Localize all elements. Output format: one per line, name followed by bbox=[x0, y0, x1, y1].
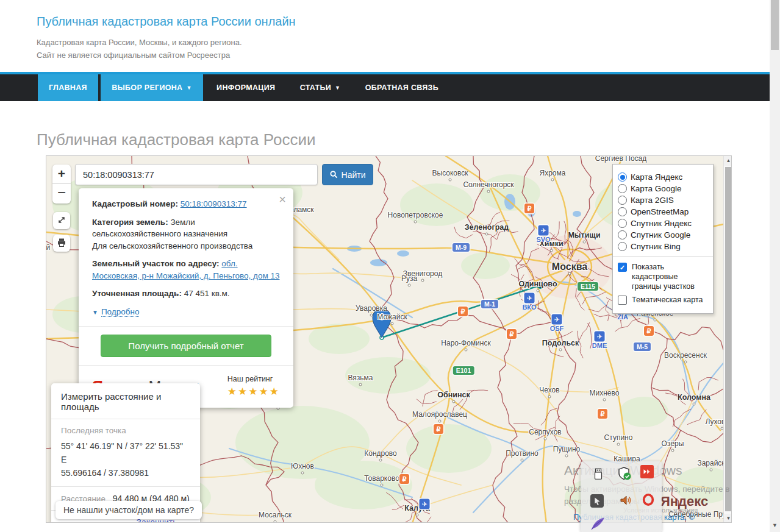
radio-icon bbox=[618, 196, 627, 205]
checkbox-cadastral-borders[interactable]: Показать кадастровые границы участков bbox=[618, 262, 708, 291]
divider bbox=[613, 257, 713, 257]
ruble-marker-icon: ₽ bbox=[399, 474, 409, 484]
map-city-label: Пущино bbox=[553, 445, 581, 453]
radio-icon bbox=[618, 207, 627, 216]
parcel-area: 47 451 кв.м. bbox=[184, 289, 230, 298]
map-city-label: Ступино bbox=[604, 433, 633, 442]
airport-code-label: OSF bbox=[550, 325, 564, 332]
fullscreen-icon bbox=[57, 215, 66, 225]
measure-cancel-button[interactable]: ✕Отменить bbox=[61, 522, 114, 523]
map-city-dot bbox=[487, 190, 490, 193]
zoom-in-button[interactable]: + bbox=[52, 165, 71, 184]
map-city-label: Серпухов bbox=[529, 428, 561, 436]
map-city-dot bbox=[485, 233, 488, 236]
security-shield-icon[interactable] bbox=[617, 466, 632, 481]
map-city-label: Юхнов bbox=[291, 462, 314, 470]
browser-scrollbar-thumb[interactable] bbox=[771, 0, 779, 50]
land-use: Для сельскохозяйственного производства bbox=[92, 241, 252, 250]
map-city-label: Сергиев Посад bbox=[595, 155, 646, 163]
check-icon: ✔ bbox=[126, 522, 133, 523]
map-city-dot bbox=[438, 420, 442, 423]
print-button[interactable] bbox=[53, 235, 70, 252]
map-city-dot bbox=[693, 403, 696, 406]
layer-option-bing-sat[interactable]: Спутник Bing bbox=[618, 242, 708, 251]
not-found-tooltip[interactable]: Не нашли участок/дом на карте? bbox=[55, 501, 202, 519]
radio-icon bbox=[618, 219, 627, 228]
cursor-app-icon[interactable] bbox=[590, 494, 604, 508]
site-title-link[interactable]: Публичная кадастровая карта России онлай… bbox=[37, 15, 296, 29]
airport-icon: ✈ bbox=[420, 499, 430, 509]
nav-item-info[interactable]: ИНФОРМАЦИЯ bbox=[206, 74, 286, 101]
map-city-dot bbox=[671, 449, 674, 452]
map-scrollbar-thumb[interactable] bbox=[725, 167, 732, 511]
radio-icon bbox=[618, 184, 627, 193]
map-city-dot bbox=[408, 284, 411, 287]
map-city-dot bbox=[654, 319, 657, 322]
fullscreen-button[interactable] bbox=[53, 212, 70, 229]
map-city-label: Товарково bbox=[364, 474, 399, 483]
ruble-marker-icon: ₽ bbox=[458, 307, 468, 316]
search-input[interactable] bbox=[75, 164, 318, 185]
ruble-marker-icon: ₽ bbox=[598, 409, 607, 419]
usb-device-icon[interactable] bbox=[592, 467, 605, 481]
rating-block: Наш рейтинг ★★★★★ bbox=[227, 374, 280, 400]
checkbox-thematic-map[interactable]: Тематическая карта bbox=[618, 295, 708, 305]
map-city-label: Белый bbox=[46, 243, 50, 252]
browser-scrollbar[interactable]: ▼ bbox=[770, 0, 780, 532]
cadastral-number-link[interactable]: 50:18:0090313:77 bbox=[181, 199, 247, 208]
get-report-button[interactable]: Получить подробный отчет bbox=[101, 335, 271, 357]
road-badge: М-1 bbox=[481, 300, 498, 308]
checkbox-icon bbox=[618, 263, 627, 272]
layer-option-yandex-sat[interactable]: Спутник Яндекс bbox=[618, 219, 708, 228]
divider bbox=[51, 419, 200, 419]
nav-item-feedback[interactable]: ОБРАТНАЯ СВЯЗЬ bbox=[354, 74, 449, 101]
scroll-down-icon[interactable]: ▼ bbox=[770, 522, 780, 531]
nav-item-articles[interactable]: СТАТЬИ▼ bbox=[289, 74, 352, 101]
site-header: Публичная кадастровая карта России онлай… bbox=[37, 15, 296, 62]
nav-item-home[interactable]: ГЛАВНАЯ bbox=[38, 74, 98, 101]
map-city-dot bbox=[301, 472, 304, 475]
close-icon[interactable]: × bbox=[279, 193, 286, 205]
star-rating: ★★★★★ bbox=[227, 385, 280, 400]
divider bbox=[51, 486, 200, 487]
system-tray-popup bbox=[581, 461, 662, 532]
airport-icon: ✈ bbox=[595, 332, 605, 342]
details-link[interactable]: Подробно bbox=[101, 307, 140, 317]
map-city-label: Малоярославец bbox=[412, 410, 467, 419]
zoom-out-button[interactable]: − bbox=[52, 184, 71, 204]
map-city-label: Зеленоград bbox=[465, 223, 509, 232]
map-city-dot bbox=[559, 349, 562, 352]
map-city-label: Озёры bbox=[662, 439, 684, 448]
map-city-label: Обнинск bbox=[437, 391, 470, 399]
volume-icon[interactable] bbox=[618, 493, 633, 508]
map-city-dot bbox=[537, 289, 540, 293]
scroll-up-icon[interactable]: ▲ bbox=[724, 156, 732, 166]
airport-code-label: ВКО bbox=[522, 303, 536, 311]
map-city-label: Новопетровское bbox=[388, 211, 443, 219]
layer-option-2gis-map[interactable]: Карта 2GIS bbox=[618, 196, 708, 205]
opera-browser-icon[interactable] bbox=[642, 493, 655, 506]
airport-code-label: ZIA bbox=[617, 313, 628, 321]
map-city-dot bbox=[416, 514, 419, 517]
feather-pen-icon[interactable] bbox=[589, 516, 606, 531]
map-city-dot bbox=[414, 221, 417, 224]
search-button[interactable]: Найти bbox=[322, 164, 373, 185]
coords-dms: 55° 41' 46.19" N / 37° 22' 51.53" E bbox=[61, 441, 183, 464]
layer-option-osm[interactable]: OpenStreetMap bbox=[618, 207, 708, 216]
nav-item-region[interactable]: ВЫБОР РЕГИОНА▼ bbox=[101, 74, 202, 101]
layer-option-yandex-map[interactable]: Карта Яндекс bbox=[618, 172, 708, 182]
map-city-dot bbox=[565, 455, 568, 458]
airport-icon: ✈ bbox=[552, 314, 562, 325]
measure-title: Измерить расстояние и площадь bbox=[61, 391, 190, 412]
map-city-dot bbox=[568, 272, 571, 275]
map-city-dot bbox=[583, 241, 586, 244]
scroll-down-icon[interactable]: ▼ bbox=[724, 514, 732, 523]
map-city-dot bbox=[544, 438, 547, 441]
red-app-icon[interactable] bbox=[640, 465, 654, 478]
map-city-dot bbox=[550, 249, 553, 252]
map-city-label: Можайск bbox=[377, 313, 407, 321]
road-badge: Е115 bbox=[578, 282, 598, 291]
layer-option-google-sat[interactable]: Спутник Google bbox=[618, 230, 708, 239]
map-city-label: Москва bbox=[552, 261, 587, 272]
layer-option-google-map[interactable]: Карта Google bbox=[618, 184, 708, 193]
